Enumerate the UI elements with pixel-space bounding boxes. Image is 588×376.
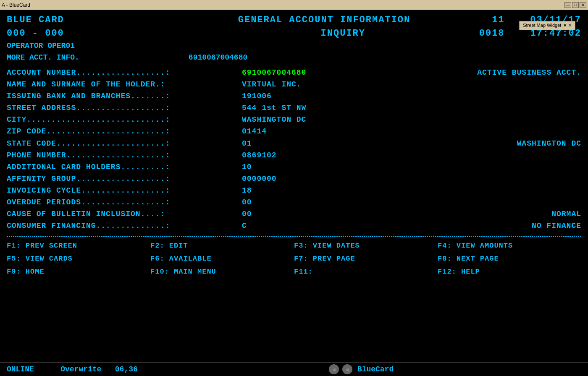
maximize-button[interactable]: □ <box>572 2 579 8</box>
inquiry-subtitle: INQUIRY <box>321 27 365 40</box>
data-row: ADDITIONAL CARD HOLDERS.........:10 <box>7 162 581 172</box>
function-key-item[interactable]: F6: AVAILABLE <box>150 253 294 265</box>
account-range: 000 - 000 <box>7 27 64 40</box>
field-value: 00 <box>242 209 252 219</box>
field-label: STATE CODE......................: <box>7 138 242 149</box>
function-key-item[interactable]: F2: EDIT <box>150 240 294 252</box>
terminal-area: Street Map Widget ▼ ✕ BLUE CARD GENERAL … <box>0 10 588 362</box>
field-label: PHONE NUMBER....................: <box>7 150 242 161</box>
more-acct-label: MORE ACCT. INFO. <box>7 52 79 63</box>
bottom-separator <box>7 236 581 237</box>
function-key-item[interactable]: F11: <box>294 266 438 278</box>
general-account-title: GENERAL ACCOUNT INFORMATION <box>238 13 410 27</box>
widget-close-icon[interactable]: ▼ ✕ <box>563 23 572 29</box>
function-key-item[interactable]: F8: NEXT PAGE <box>438 253 581 265</box>
data-row: ZIP CODE........................:01414 <box>7 126 581 137</box>
field-label: OVERDUE PERIODS.................: <box>7 197 242 208</box>
function-key-item[interactable]: F7: PREV PAGE <box>294 253 438 265</box>
status-overwrite: Overwrite 06,36 <box>57 365 141 373</box>
field-value: 191006 <box>242 91 272 102</box>
field-label: CONSUMER FINANCING..............: <box>7 220 242 231</box>
header-row2: 000 - 000 INQUIRY 0018 17:47:02 <box>7 27 581 40</box>
account-number-display: 6910067004680 <box>189 52 247 63</box>
field-value: 01414 <box>242 126 267 137</box>
field-value: 544 1st ST NW <box>242 102 306 113</box>
window-controls: — □ ✕ <box>564 2 586 8</box>
title-bar: A - BlueCard — □ ✕ <box>0 0 588 10</box>
status-logo-text: BlueCard <box>357 365 394 373</box>
field-label: NAME AND SURNAME OF THE HOLDER.: <box>7 79 242 90</box>
app-title: A - BlueCard <box>2 2 30 8</box>
field-value: WASHINGTON DC <box>242 114 306 125</box>
status-logo-area: ◀ ◀ BlueCard <box>141 364 581 374</box>
field-extra: WASHINGTON DC <box>517 138 581 149</box>
function-keys-grid: F1: PREV SCREENF2: EDITF3: VIEW DATESF4:… <box>7 240 581 278</box>
data-row: INVOICING CYCLE.................:18 <box>7 185 581 196</box>
data-row: OVERDUE PERIODS.................:00 <box>7 197 581 208</box>
data-row: ACCOUNT NUMBER..................:6910067… <box>7 67 581 78</box>
function-key-item[interactable]: F9: HOME <box>7 266 150 278</box>
data-fields: ACCOUNT NUMBER..................:6910067… <box>7 67 581 231</box>
field-value: 10 <box>242 162 252 172</box>
field-value: 00 <box>242 197 252 208</box>
data-row: CITY............................:WASHING… <box>7 114 581 125</box>
operator-label: OPERATOR OPER01 <box>7 42 75 50</box>
logo-right-btn[interactable]: ◀ <box>342 364 352 374</box>
field-extra: NORMAL <box>551 209 581 219</box>
data-row: STREET ADDRESS..................:544 1st… <box>7 102 581 113</box>
field-value: 01 <box>242 138 252 149</box>
header-row1: BLUE CARD GENERAL ACCOUNT INFORMATION 11… <box>7 13 581 27</box>
field-label: STREET ADDRESS..................: <box>7 102 242 113</box>
logo-left-btn[interactable]: ◀ <box>329 364 339 374</box>
status-online: ONLINE <box>7 365 57 373</box>
close-button[interactable]: ✕ <box>580 2 586 8</box>
field-label: CITY............................: <box>7 114 242 125</box>
field-label: ZIP CODE........................: <box>7 126 242 137</box>
data-row: CONSUMER FINANCING..............:CNO FIN… <box>7 220 581 231</box>
field-value: 18 <box>242 185 252 196</box>
status-bar: ONLINE Overwrite 06,36 ◀ ◀ BlueCard <box>0 362 588 376</box>
field-label: CAUSE OF BULLETIN INCLUSION....: <box>7 209 242 219</box>
blue-card-title: BLUE CARD <box>7 13 64 27</box>
field-label: ACCOUNT NUMBER..................: <box>7 67 242 78</box>
function-key-item[interactable]: F12: HELP <box>438 266 581 278</box>
function-key-item[interactable]: F10: MAIN MENU <box>150 266 294 278</box>
data-row: NAME AND SURNAME OF THE HOLDER.:VIRTUAL … <box>7 79 581 90</box>
header-row3: OPERATOR OPER01 <box>7 40 581 51</box>
minimize-button[interactable]: — <box>564 2 571 8</box>
street-map-widget[interactable]: Street Map Widget ▼ ✕ <box>519 21 575 30</box>
function-key-item[interactable]: F4: VIEW AMOUNTS <box>438 240 581 252</box>
data-row: CAUSE OF BULLETIN INCLUSION....:00NORMAL <box>7 209 581 219</box>
field-value: 0000000 <box>242 173 277 184</box>
function-key-item[interactable]: F1: PREV SCREEN <box>7 240 150 252</box>
data-row: ISSUING BANK AND BRANCHES.......:191006 <box>7 91 581 102</box>
function-key-item[interactable]: F5: VIEW CARDS <box>7 253 150 265</box>
field-value: 0869102 <box>242 150 277 161</box>
function-key-item[interactable]: F3: VIEW DATES <box>294 240 438 252</box>
field-extra: NO FINANCE <box>532 220 581 231</box>
field-value: 6910067004680 <box>242 67 306 78</box>
field-label: INVOICING CYCLE.................: <box>7 185 242 196</box>
field-label: ADDITIONAL CARD HOLDERS.........: <box>7 162 242 172</box>
header-row4: MORE ACCT. INFO. 6910067004680 <box>7 52 581 63</box>
data-row: PHONE NUMBER....................:0869102 <box>7 150 581 161</box>
field-value: C <box>242 220 247 231</box>
data-row: AFFINITY GROUP..................:0000000 <box>7 173 581 184</box>
field-value: VIRTUAL INC. <box>242 79 302 90</box>
field-label: ISSUING BANK AND BRANCHES.......: <box>7 91 242 102</box>
field-extra: ACTIVE BUSINESS ACCT. <box>477 67 581 78</box>
field-label: AFFINITY GROUP..................: <box>7 173 242 184</box>
data-row: STATE CODE......................:01WASHI… <box>7 138 581 149</box>
